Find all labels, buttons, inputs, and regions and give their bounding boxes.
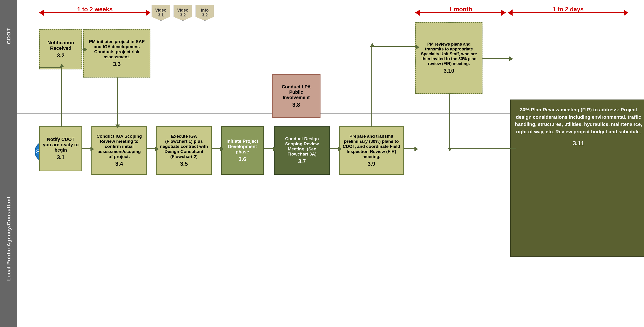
main-container: CDOT Local Public Agency/Consultant 1 to… bbox=[0, 0, 644, 327]
box-310-label: PM reviews plans and transmits to approp… bbox=[419, 42, 479, 66]
sidebar-divider bbox=[0, 164, 17, 164]
box-33-label: PM initiates project in SAP and IGA deve… bbox=[87, 39, 147, 60]
box-31: Notify CDOT you are ready to begin 3.1 bbox=[39, 126, 82, 171]
box-310-number: 3.10 bbox=[444, 68, 454, 74]
box-38: Conduct LPA Public Involvement 3.8 bbox=[272, 74, 320, 118]
box-38-number: 3.8 bbox=[292, 102, 300, 108]
box-32: NotificationReceived 3.2 bbox=[39, 29, 82, 70]
box-33-number: 3.3 bbox=[113, 61, 120, 67]
box-311-number: 3.11 bbox=[573, 140, 584, 147]
conn-310-down bbox=[449, 94, 450, 149]
content-area: 1 to 2 weeks 1 month 1 to 2 days Video 3… bbox=[17, 0, 644, 327]
arr-310-311 bbox=[509, 56, 513, 61]
box-32-label: NotificationReceived bbox=[48, 40, 74, 51]
box-39-number: 3.9 bbox=[368, 160, 375, 167]
box-311-label: 30% Plan Review meeting (FIR) to address… bbox=[514, 106, 643, 135]
box-37-number: 3.7 bbox=[298, 158, 306, 164]
box-38-label: Conduct LPA Public Involvement bbox=[275, 84, 317, 100]
arrow-head-right-1 bbox=[146, 10, 150, 16]
badge-info32-shape: Info 3.2 bbox=[196, 5, 214, 21]
lpa-label: Local Public Agency/Consultant bbox=[6, 196, 12, 281]
arrow-head-right-3 bbox=[624, 10, 628, 16]
time-arrow-month: 1 month bbox=[415, 6, 506, 20]
box-36: Initiate Project Development phase 3.6 bbox=[221, 126, 264, 175]
box-310: PM reviews plans and transmits to approp… bbox=[415, 22, 482, 94]
box-34-label: Conduct IGA Scoping Review meeting to co… bbox=[95, 134, 144, 159]
box-35-label: Execute IGA (Flowchart 1) plus negotiate… bbox=[160, 134, 208, 159]
arr-34-35 bbox=[155, 147, 159, 151]
arrow-32-33 bbox=[84, 47, 87, 52]
badge-video32-shape: Video 3.2 bbox=[174, 5, 192, 21]
conn-310-right bbox=[449, 148, 516, 149]
arrow-label-1: 1 to 2 weeks bbox=[77, 6, 112, 13]
arrow-head-left-1 bbox=[39, 10, 44, 16]
arr-35-36 bbox=[220, 147, 224, 151]
badge-info32[interactable]: Info 3.2 bbox=[196, 5, 214, 21]
conn-33-down bbox=[117, 78, 118, 126]
box-37: Conduct Design Scoping Review Meeting. (… bbox=[274, 126, 330, 175]
badge-video31-shape: Video 3.1 bbox=[152, 5, 170, 21]
arr-39-310 bbox=[414, 147, 418, 151]
arrow-head-left-3 bbox=[508, 10, 512, 16]
arr-31-34 bbox=[90, 147, 94, 151]
badge-video31[interactable]: Video 3.1 bbox=[152, 5, 170, 21]
conn-310-311 bbox=[482, 58, 512, 59]
arr-37-39 bbox=[338, 147, 342, 151]
box-37-label: Conduct Design Scoping Review Meeting. (… bbox=[278, 136, 326, 157]
arrow-label-3: 1 to 2 days bbox=[552, 6, 584, 13]
time-arrow-days: 1 to 2 days bbox=[508, 6, 628, 20]
arr-h-310 bbox=[416, 45, 420, 50]
box-35-number: 3.5 bbox=[180, 160, 188, 167]
box-39-label: Prepare and transmit preliminary (30%) p… bbox=[342, 134, 400, 159]
cdot-label: CDOT bbox=[6, 28, 12, 44]
conn-39-up bbox=[372, 46, 372, 126]
box-39: Prepare and transmit preliminary (30%) p… bbox=[339, 126, 404, 175]
time-arrow-weeks: 1 to 2 weeks bbox=[39, 6, 150, 20]
box-34-number: 3.4 bbox=[115, 160, 123, 167]
badge-container: Video 3.1 Video 3.2 Info 3.2 bbox=[152, 5, 214, 21]
badge-video32[interactable]: Video 3.2 bbox=[174, 5, 192, 21]
left-sidebar: CDOT Local Public Agency/Consultant bbox=[0, 0, 17, 327]
box-35: Execute IGA (Flowchart 1) plus negotiate… bbox=[156, 126, 212, 175]
box-34: Conduct IGA Scoping Review meeting to co… bbox=[92, 126, 147, 175]
box-36-number: 3.6 bbox=[238, 156, 246, 162]
box-31-number: 3.1 bbox=[57, 154, 64, 160]
arr-31-up bbox=[60, 64, 64, 67]
arr-33-down bbox=[116, 124, 120, 128]
box-33: PM initiates project in SAP and IGA deve… bbox=[83, 29, 150, 78]
box-32-number: 3.2 bbox=[57, 52, 64, 59]
box-36-label: Initiate Project Development phase bbox=[224, 138, 260, 154]
conn-h-310 bbox=[372, 46, 418, 47]
box-311: 30% Plan Review meeting (FIR) to address… bbox=[510, 100, 644, 257]
arr-36-37 bbox=[273, 147, 277, 151]
box-31-label: Notify CDOT you are ready to begin bbox=[43, 137, 79, 153]
arrow-head-left-2 bbox=[415, 10, 420, 16]
conn-31-up bbox=[61, 67, 62, 127]
conn-h-32 bbox=[39, 67, 61, 68]
arrow-label-2: 1 month bbox=[449, 6, 472, 13]
arrow-head-right-2 bbox=[501, 10, 506, 16]
